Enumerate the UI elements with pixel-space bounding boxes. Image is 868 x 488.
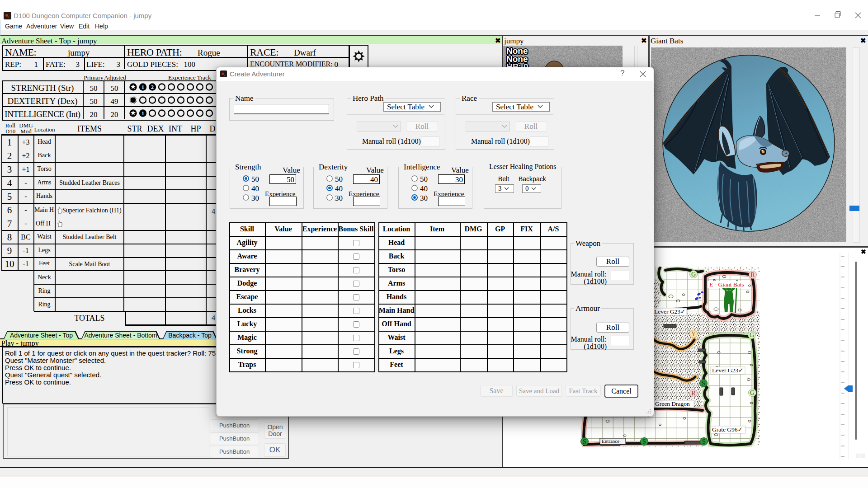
svg-text:Y: Y <box>691 331 696 338</box>
svg-text:S: S <box>642 438 646 445</box>
svg-text:G: G <box>750 389 755 396</box>
svg-text:S: S <box>702 380 705 387</box>
svg-text:S: S <box>702 438 706 445</box>
svg-text:R: R <box>691 390 696 397</box>
svg-text:G: G <box>691 271 696 278</box>
svg-text:Lever G23✓: Lever G23✓ <box>712 367 743 374</box>
svg-text:1: 1 <box>142 110 144 117</box>
svg-text:Grate G96✓: Grate G96✓ <box>712 426 743 433</box>
svg-text:Entrance: Entrance <box>602 438 619 444</box>
svg-text:2: 2 <box>151 84 154 90</box>
svg-text:Lever G23✓: Lever G23✓ <box>654 308 685 315</box>
svg-text:Green Dragon: Green Dragon <box>655 400 690 407</box>
svg-text:R: R <box>750 272 755 278</box>
svg-text:G: G <box>750 332 754 338</box>
svg-text:1: 1 <box>142 84 144 90</box>
svg-text:E - Giant Bats: E - Giant Bats <box>709 281 744 288</box>
svg-text:S: S <box>583 438 586 445</box>
